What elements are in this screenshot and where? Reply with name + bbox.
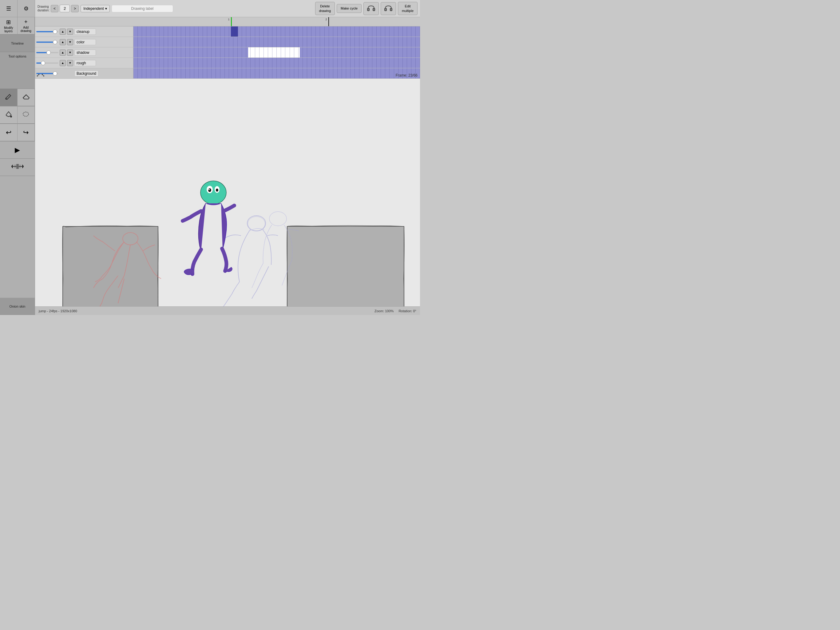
shadow-opacity-slider[interactable] [36,52,58,53]
settings-button[interactable]: ⚙ [17,0,35,17]
make-cycle-button[interactable]: Make cycle [337,4,362,13]
svg-point-30 [208,188,211,192]
color-frames[interactable] [133,37,420,47]
svg-rect-10 [385,8,387,11]
cleanup-opacity-slider[interactable] [36,31,58,32]
eraser-button[interactable] [17,89,35,106]
rough-up-button[interactable]: ▲ [60,60,66,66]
add-drawing-icon: + [24,19,28,25]
svg-marker-3 [11,165,13,168]
rough-frames[interactable] [133,58,420,68]
headphones-left-button[interactable] [363,2,379,15]
next-duration-button[interactable]: > [71,5,79,12]
zoom-info: Zoom: 100% [374,309,393,313]
timeline-layers: ▲ ▼ cleanup /* cells rendered in init */ [35,27,420,79]
timeline-area: 1 2 ▲ ▼ cleanup [35,17,420,79]
layer-controls-background: Background [35,68,133,78]
background-frames[interactable] [133,68,420,78]
color-up-button[interactable]: ▲ [60,39,66,45]
undo-button[interactable]: ↩ [0,124,17,141]
speed-scrub-icon [11,163,24,172]
draw-tools-section [0,89,35,106]
independent-dropdown[interactable]: Independent ▾ [81,5,110,12]
canvas-area [35,79,420,315]
redo-icon: ↪ [23,128,28,136]
tool-options-button[interactable]: Tool options [0,52,35,89]
timeline-row-shadow: ▲ ▼ shadow [35,47,420,58]
color-down-button[interactable]: ▼ [67,39,73,45]
timeline-label: Timeline [11,41,24,45]
shadow-frames[interactable] [133,47,420,57]
cleanup-up-button[interactable]: ▲ [60,28,66,35]
eraser-icon [22,93,30,102]
top-toolbar: Drawingduration: < 2 > Independent ▾ Del… [35,0,420,17]
timeline-button[interactable]: Timeline [0,35,35,52]
cleanup-frames[interactable]: /* cells rendered in init */ [133,27,420,36]
delete-drawing-label: Deletedrawing [319,4,331,12]
rough-opacity-slider[interactable] [36,62,58,64]
svg-rect-9 [373,8,375,11]
shadow-down-button[interactable]: ▼ [67,49,73,56]
shadow-layer-name: shadow [74,49,96,56]
headphones-right-button[interactable] [381,2,396,15]
redo-button[interactable]: ↪ [17,124,35,141]
animation-canvas [35,79,420,315]
add-drawing-label: Add drawing [21,26,32,33]
collapse-button[interactable]: ⤡ [41,73,45,78]
undo-icon: ↩ [6,128,11,136]
add-drawing-button[interactable]: + Add drawing [17,17,35,35]
svg-rect-14 [63,226,158,315]
tool-options-label: Tool options [8,54,27,58]
layer-controls-color: ▲ ▼ color [35,37,133,47]
brush-button[interactable] [0,89,17,106]
modify-layers-icon: ⊞ [6,19,11,25]
speed-scrub-button[interactable] [0,159,35,176]
play-icon: ▶ [15,146,20,154]
svg-rect-5 [16,164,19,169]
right-platform [287,225,404,315]
brush-icon [5,93,12,102]
onion-skin-button[interactable]: Onion skin [0,298,35,315]
make-cycle-label: Make cycle [341,6,358,10]
timeline-row-cleanup: ▲ ▼ cleanup /* cells rendered in init */ [35,27,420,37]
lasso-button[interactable] [17,106,35,123]
edit-multiple-label: Editmultiple [402,4,414,12]
edit-multiple-button[interactable]: Editmultiple [398,2,418,15]
svg-rect-8 [368,8,369,11]
menu-button[interactable]: ☰ [0,0,17,17]
drawing-duration-label: Drawingduration: [38,5,49,12]
svg-rect-18 [287,226,404,315]
left-sidebar: ☰ ⚙ ⊞ Modify layers + Add drawing Timeli… [0,0,35,315]
layers-section: ⊞ Modify layers + Add drawing [0,17,35,35]
frame-ruler: 1 2 [133,17,420,26]
dropdown-arrow-icon: ▾ [105,6,107,11]
left-platform [62,226,158,315]
svg-rect-11 [390,8,392,11]
rough-down-button[interactable]: ▼ [67,60,73,66]
frame-number-2: 2 [325,18,327,21]
independent-label: Independent [83,6,104,11]
project-info: jump - 24fps - 1920x1080 [39,309,77,313]
svg-marker-4 [22,165,24,168]
color-opacity-slider[interactable] [36,41,58,43]
onion-skin-label: Onion skin [9,304,25,308]
fill-button[interactable] [0,106,17,123]
expand-button[interactable]: ⤢ [36,73,40,78]
drawing-label-input[interactable] [112,5,173,12]
layer-controls-cleanup: ▲ ▼ cleanup [35,27,133,36]
cleanup-down-button[interactable]: ▼ [67,28,73,35]
status-bar: jump - 24fps - 1920x1080 Zoom: 100% Rota… [35,306,420,315]
delete-drawing-button[interactable]: Deletedrawing [315,2,335,15]
menu-icon: ☰ [6,5,11,12]
drawing-duration-group: Drawingduration: < 2 > [38,5,79,12]
timeline-header: 1 2 [35,17,420,27]
undo-redo-section: ↩ ↪ [0,124,35,141]
play-button[interactable]: ▶ [0,141,35,159]
color-layer-name: color [74,39,96,45]
svg-point-32 [208,189,210,190]
modify-layers-button[interactable]: ⊞ Modify layers [0,17,17,35]
timeline-row-color: ▲ ▼ color [35,37,420,47]
shadow-up-button[interactable]: ▲ [60,49,66,56]
headphones-right-icon [384,7,393,13]
prev-duration-button[interactable]: < [51,5,58,12]
